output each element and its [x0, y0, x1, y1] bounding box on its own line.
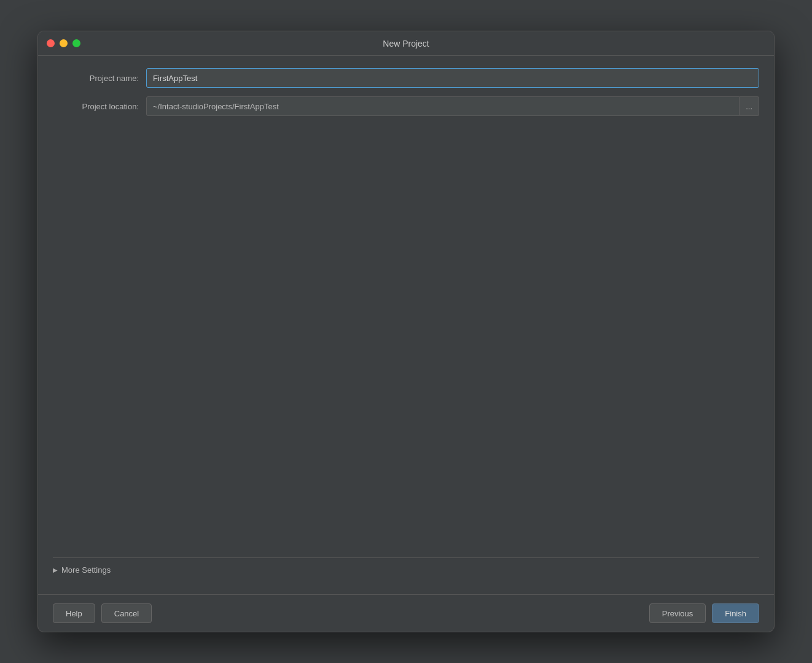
- form-section: Project name: Project location: ...: [53, 68, 759, 116]
- footer: Help Cancel Previous Finish: [38, 594, 774, 632]
- project-name-label: Project name:: [53, 74, 139, 83]
- project-location-input[interactable]: [146, 96, 740, 116]
- window-content: Project name: Project location: ... ▶ Mo…: [38, 56, 774, 594]
- project-name-input[interactable]: [146, 68, 759, 88]
- maximize-button[interactable]: [72, 39, 80, 47]
- more-settings-label: More Settings: [61, 565, 111, 575]
- project-location-label: Project location:: [53, 102, 139, 111]
- window-controls: [47, 39, 80, 47]
- footer-right: Previous Finish: [649, 603, 759, 623]
- minimize-button[interactable]: [60, 39, 68, 47]
- finish-button[interactable]: Finish: [712, 603, 759, 623]
- window-title: New Project: [383, 39, 429, 48]
- previous-button[interactable]: Previous: [649, 603, 706, 623]
- more-settings-toggle[interactable]: ▶ More Settings: [53, 565, 111, 575]
- project-name-row: Project name:: [53, 68, 759, 88]
- new-project-dialog: New Project Project name: Project locati…: [37, 31, 775, 632]
- cancel-button[interactable]: Cancel: [101, 603, 152, 623]
- browse-button[interactable]: ...: [740, 96, 759, 116]
- project-location-row: Project location: ...: [53, 96, 759, 116]
- help-button[interactable]: Help: [53, 603, 95, 623]
- footer-left: Help Cancel: [53, 603, 152, 623]
- close-button[interactable]: [47, 39, 55, 47]
- title-bar: New Project: [38, 31, 774, 56]
- more-settings-section: ▶ More Settings: [53, 557, 759, 582]
- location-row: ...: [146, 96, 759, 116]
- chevron-right-icon: ▶: [53, 567, 58, 573]
